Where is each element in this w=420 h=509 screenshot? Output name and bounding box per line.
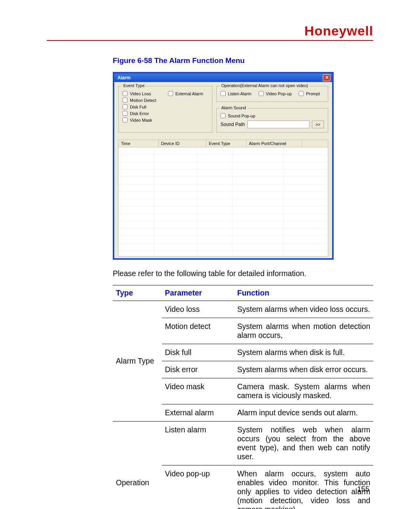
- checkbox-prompt[interactable]: Prompt: [299, 91, 320, 96]
- group-label: Alarm Sound: [220, 105, 248, 110]
- parameter-table: Type Parameter Function Alarm TypeVideo …: [113, 285, 373, 509]
- type-cell: Alarm Type: [113, 301, 162, 422]
- func-cell: Camera mask. System alarms when camera i…: [234, 378, 373, 404]
- func-cell: System alarms when disk error occurs.: [234, 361, 373, 378]
- func-cell: When alarm occurs, system auto enables v…: [234, 465, 373, 509]
- checkbox-listen-alarm[interactable]: Listen Alarm: [220, 91, 252, 96]
- param-cell: Video loss: [162, 301, 234, 318]
- dialog-titlebar: Alarm ✕: [114, 73, 332, 82]
- figure-caption: Figure 6-58 The Alarm Function Menu: [113, 56, 373, 65]
- func-cell: System alarms when motion detection alar…: [234, 318, 373, 344]
- alarm-dialog: Alarm ✕ Event Type Video Loss Motion Det…: [113, 72, 334, 260]
- browse-button[interactable]: >>: [312, 121, 324, 128]
- func-cell: System notifies web when alarm occurs (y…: [234, 422, 373, 465]
- func-cell: Alarm input device sends out alarm.: [234, 404, 373, 422]
- th-param: Parameter: [162, 285, 234, 301]
- param-cell: Listen alarm: [162, 422, 234, 465]
- param-cell: Disk error: [162, 361, 234, 378]
- alarm-log-grid: Time Device ID Event Type Alarm Port/Cha…: [118, 140, 328, 257]
- param-cell: Disk full: [162, 344, 234, 361]
- close-icon[interactable]: ✕: [323, 74, 331, 81]
- group-label: Event Type: [122, 83, 146, 88]
- brand-logo: Honeywell: [304, 23, 373, 38]
- group-label: Operation(External Alarm can not open vi…: [220, 83, 310, 88]
- type-cell: Operation: [113, 422, 162, 509]
- param-cell: External alarm: [162, 404, 234, 422]
- col-event-type[interactable]: Event Type: [206, 140, 247, 147]
- param-cell: Video pop-up: [162, 465, 234, 509]
- table-intro-text: Please refer to the following table for …: [113, 269, 373, 278]
- checkbox-video-loss[interactable]: Video Loss: [122, 91, 156, 96]
- func-cell: System alarms when video loss occurs.: [234, 301, 373, 318]
- th-type: Type: [113, 285, 162, 301]
- checkbox-video-mask[interactable]: Video Mask: [122, 117, 156, 122]
- checkbox-disk-full[interactable]: Disk Full: [122, 104, 156, 109]
- param-cell: Motion detect: [162, 318, 234, 344]
- col-device-id[interactable]: Device ID: [159, 140, 206, 147]
- col-alarm-port[interactable]: Alarm Port/Channel: [247, 140, 302, 147]
- operation-group: Operation(External Alarm can not open vi…: [216, 86, 328, 102]
- param-cell: Video mask: [162, 378, 234, 404]
- event-type-group: Event Type Video Loss Motion Detect Disk…: [118, 86, 212, 133]
- checkbox-external-alarm[interactable]: External Alarm: [168, 91, 203, 96]
- col-time[interactable]: Time: [119, 140, 159, 147]
- sound-path-label: Sound Path: [220, 122, 245, 127]
- checkbox-motion-detect[interactable]: Motion Detect: [122, 98, 156, 103]
- checkbox-disk-error[interactable]: Disk Error: [122, 111, 156, 116]
- th-func: Function: [234, 285, 373, 301]
- page-number: 155: [357, 485, 369, 493]
- dialog-title: Alarm: [117, 75, 131, 80]
- func-cell: System alarms when disk is full.: [234, 344, 373, 361]
- sound-path-input[interactable]: [247, 121, 310, 128]
- checkbox-sound-popup[interactable]: Sound Pop-up: [220, 113, 324, 118]
- checkbox-video-popup[interactable]: Video Pop-up: [259, 91, 292, 96]
- alarm-sound-group: Alarm Sound Sound Pop-up Sound Path >>: [216, 108, 328, 133]
